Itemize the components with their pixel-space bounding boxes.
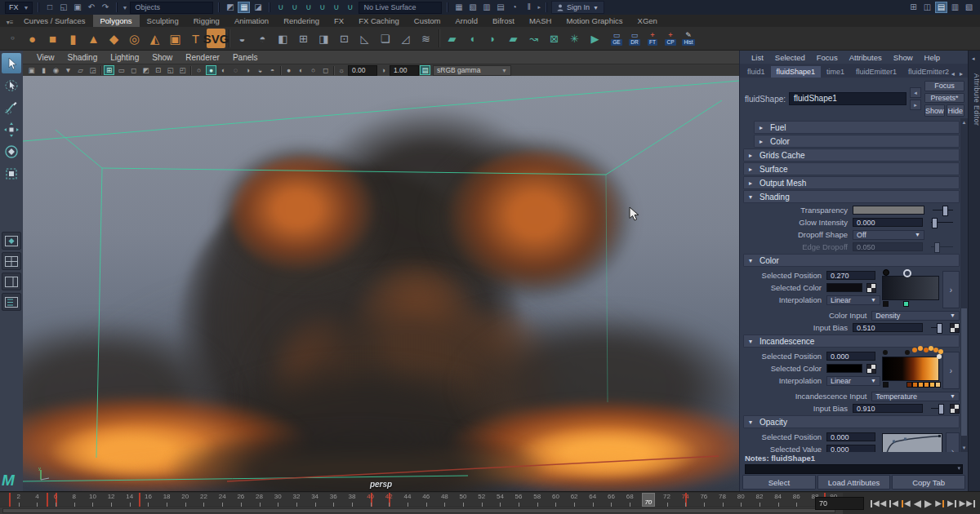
menu-attributes[interactable]: Attributes	[844, 53, 887, 62]
selected-value-field[interactable]: 0.000	[826, 445, 875, 452]
new-scene-icon[interactable]: □	[43, 2, 56, 13]
target-weld-icon[interactable]: ⊠	[545, 29, 564, 48]
bend-icon[interactable]: ↝	[524, 29, 543, 48]
ramp-marker[interactable]	[883, 301, 889, 307]
section-opacity[interactable]: ▾ Opacity	[743, 415, 960, 428]
presets-button[interactable]: Presets*	[924, 93, 964, 104]
go-to-start-button[interactable]: ◀◀	[871, 498, 886, 510]
shelf-tab-rendering[interactable]: Rendering	[276, 15, 327, 27]
current-frame-field[interactable]: 70	[815, 497, 864, 510]
shaded-icon[interactable]: ●	[206, 65, 216, 75]
selected-color-swatch[interactable]	[826, 364, 862, 373]
camera-attributes-icon[interactable]: ◉	[51, 65, 61, 75]
polygon-cone-icon[interactable]: ▲	[84, 29, 103, 48]
save-scene-icon[interactable]: ▣	[71, 2, 83, 13]
attribute-editor-toggle-icon[interactable]: ▧	[963, 2, 975, 13]
ao-icon[interactable]: ◒	[255, 65, 265, 75]
texture-map-icon[interactable]	[866, 364, 876, 374]
shelf-tab-motion-graphics[interactable]: Motion Graphics	[559, 15, 630, 27]
crease-icon[interactable]: ◺	[355, 29, 374, 48]
node-name-field[interactable]: fluidShape1	[789, 92, 906, 105]
polygon-sphere-icon[interactable]: ●	[23, 29, 42, 48]
shelf-tab-custom[interactable]: Custom	[407, 15, 448, 27]
current-frame-indicator[interactable]: 70	[642, 493, 655, 507]
ramp-marker[interactable]	[903, 301, 909, 307]
shelf-options-icon[interactable]: ○	[3, 29, 22, 48]
snap-grid-icon[interactable]: ∪	[274, 2, 287, 13]
undo-icon[interactable]: ↶	[85, 2, 97, 13]
pan-zoom-icon[interactable]: ◲	[87, 65, 98, 75]
step-forward-key-button[interactable]: ▶	[935, 498, 944, 510]
selected-color-swatch[interactable]	[826, 283, 862, 292]
selected-position-field[interactable]: 0.000	[826, 352, 875, 361]
field-chart-icon[interactable]: ⊡	[153, 65, 163, 75]
menu-help[interactable]: Help	[920, 53, 946, 62]
node-tab-time1[interactable]: time1	[821, 66, 850, 78]
color-ramp-gradient[interactable]	[882, 276, 939, 300]
snap-point-icon[interactable]: ∪	[302, 2, 314, 13]
ramp-marker-selected[interactable]	[903, 269, 911, 277]
polygon-plane-icon[interactable]: ◆	[105, 29, 123, 48]
section-shading[interactable]: ▾ Shading	[743, 190, 960, 203]
polygon-torus-icon[interactable]: ◎	[125, 29, 144, 48]
go-to-end-button[interactable]: ▶▶	[960, 498, 975, 510]
incandescence-ramp-gradient[interactable]	[882, 357, 939, 381]
shelf-tab-mash[interactable]: MASH	[522, 15, 559, 27]
make-live-icon[interactable]: ∪	[344, 2, 356, 13]
separate-icon[interactable]: ◓	[253, 29, 272, 48]
safe-title-icon[interactable]: ◰	[177, 65, 188, 75]
render-current-frame-icon[interactable]: ▦	[452, 2, 465, 13]
shelf-tab-sculpting[interactable]: Sculpting	[140, 15, 186, 27]
lasso-select-tool[interactable]	[2, 75, 21, 95]
ramp-marker[interactable]	[929, 382, 935, 388]
shelf-tab-animation[interactable]: Animation	[227, 15, 276, 27]
color-ramp-widget[interactable]	[882, 268, 939, 308]
polygon-cube-icon[interactable]: ■	[43, 29, 62, 48]
motion-blur-icon[interactable]: ◓	[267, 65, 278, 75]
outliner-toggle-icon[interactable]: ▤	[935, 2, 947, 13]
use-all-lights-icon[interactable]: ◌	[230, 65, 241, 75]
ipr-render-icon[interactable]: ▧	[466, 2, 479, 13]
bridge-icon[interactable]: ◗	[483, 29, 502, 48]
camera-select-icon[interactable]: ▣	[26, 65, 37, 75]
input-connection-icon[interactable]: ◂	[910, 87, 921, 98]
selected-position-field[interactable]: 0.270	[826, 271, 875, 280]
shelf-tab-bifrost[interactable]: Bifrost	[485, 15, 522, 27]
dropoff-shape-dropdown[interactable]: Off ▼	[853, 230, 924, 240]
shelf-tab-xgen[interactable]: XGen	[630, 15, 665, 27]
edge-dropoff-field[interactable]: 0.050	[853, 242, 923, 251]
contrast-icon[interactable]: ◑	[378, 65, 389, 75]
node-tab-fluidemitter1[interactable]: fluidEmitter1	[850, 66, 902, 78]
outliner-layout-button[interactable]	[2, 293, 21, 311]
menu-focus[interactable]: Focus	[812, 53, 843, 62]
view-transform-dropdown[interactable]: sRGB gamma ▼	[433, 65, 511, 76]
open-scene-icon[interactable]: ◱	[57, 2, 69, 13]
shelf-tab-fx-caching[interactable]: FX Caching	[351, 15, 407, 27]
resolution-gate-icon[interactable]: ◻	[128, 65, 139, 75]
ramp-marker[interactable]	[905, 350, 910, 355]
section-output-mesh[interactable]: ▸Output Mesh	[743, 176, 960, 189]
vertical-scrollbar[interactable]: ▴ ▾	[960, 118, 968, 452]
output-connection-icon[interactable]: ▸	[910, 100, 921, 110]
snap-projected-center-icon[interactable]: ∪	[316, 2, 328, 13]
select-objects-icon[interactable]: ▦	[238, 2, 250, 13]
polygon-pipe-icon[interactable]: ▣	[166, 29, 185, 48]
polygon-text-icon[interactable]: T	[186, 29, 205, 48]
scrollbar-thumb[interactable]	[961, 308, 967, 435]
attribute-editor-side-tab[interactable]: Attribute Editor	[969, 73, 980, 126]
shelf-tab-fx[interactable]: FX	[327, 15, 351, 27]
channel-box-toggle-icon[interactable]: ▥	[949, 2, 961, 13]
notes-field[interactable]: ▾	[745, 464, 963, 474]
menu-shading[interactable]: Shading	[62, 53, 104, 62]
input-bias-slider[interactable]	[931, 404, 939, 413]
play-backwards-button[interactable]: ◀	[914, 498, 921, 510]
split-pane-layout-button[interactable]	[2, 273, 21, 290]
timeline-ruler[interactable]: 2468101214161820222426283032343638404244…	[0, 493, 843, 507]
shelf-tab-polygons[interactable]: Polygons	[93, 15, 140, 27]
incandescence-input-dropdown[interactable]: Temperature ▼	[871, 392, 960, 401]
ramp-marker[interactable]	[937, 354, 942, 359]
shelf-tab-arnold[interactable]: Arnold	[448, 15, 485, 27]
scroll-up-icon[interactable]: ▴	[960, 119, 968, 126]
focus-button[interactable]: Focus	[924, 81, 964, 91]
four-pane-layout-button[interactable]	[2, 252, 21, 270]
